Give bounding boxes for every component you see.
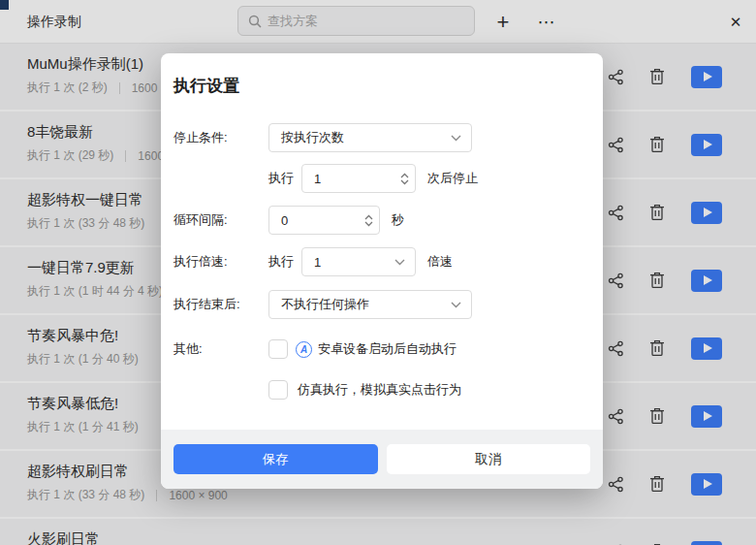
loop-interval-suffix: 秒 bbox=[392, 211, 404, 229]
stop-condition-value: 按执行次数 bbox=[281, 129, 451, 146]
exec-count-row: 执行 次后停止 bbox=[173, 164, 590, 193]
dialog-title: 执行设置 bbox=[173, 75, 590, 97]
chevron-down-icon bbox=[451, 302, 461, 308]
after-end-select[interactable]: 不执行任何操作 bbox=[268, 290, 472, 319]
speed-value: 1 bbox=[314, 255, 394, 270]
simulate-label: 仿真执行，模拟真实点击行为 bbox=[298, 381, 461, 399]
simulate-checkbox[interactable] bbox=[268, 380, 288, 400]
speed-suffix: 倍速 bbox=[427, 253, 453, 271]
app-window: 操作录制 + ⋯ ✕ MuMu操作录制(1) 执行 1 次 (2 秒) 1600… bbox=[0, 0, 756, 545]
speed-select[interactable]: 1 bbox=[301, 247, 416, 276]
others-label: 其他: bbox=[173, 340, 268, 358]
exec-count-input[interactable] bbox=[314, 172, 400, 186]
loop-interval-row: 循环间隔: 秒 bbox=[173, 206, 590, 235]
auto-start-label: 安卓设备启动后自动执行 bbox=[318, 340, 457, 358]
auto-start-checkbox[interactable] bbox=[268, 339, 288, 359]
dialog-footer: 保存 取消 bbox=[161, 430, 603, 489]
loop-interval-input[interactable] bbox=[281, 213, 364, 228]
spinner-icon[interactable] bbox=[364, 214, 373, 227]
after-end-row: 执行结束后: 不执行任何操作 bbox=[173, 290, 590, 319]
loop-interval-stepper[interactable] bbox=[268, 206, 380, 235]
cancel-button[interactable]: 取消 bbox=[387, 444, 591, 474]
chevron-down-icon bbox=[394, 259, 405, 266]
speed-row: 执行倍速: 执行 1 倍速 bbox=[173, 247, 590, 276]
speed-prefix: 执行 bbox=[268, 253, 294, 271]
stop-condition-row: 停止条件: 按执行次数 bbox=[173, 123, 590, 152]
after-end-label: 执行结束后: bbox=[173, 296, 268, 313]
exec-count-stepper[interactable] bbox=[301, 164, 416, 193]
execution-settings-dialog: 执行设置 停止条件: 按执行次数 执行 次后停止 bbox=[161, 53, 603, 489]
auto-start-row: 其他: A 安卓设备启动后自动执行 bbox=[173, 338, 590, 360]
exec-count-suffix: 次后停止 bbox=[427, 170, 478, 187]
simulate-row: 仿真执行，模拟真实点击行为 bbox=[173, 379, 590, 401]
exec-count-prefix: 执行 bbox=[268, 170, 294, 187]
spinner-icon[interactable] bbox=[400, 173, 409, 185]
loop-interval-label: 循环间隔: bbox=[173, 211, 268, 229]
android-icon: A bbox=[296, 341, 312, 358]
save-button[interactable]: 保存 bbox=[173, 444, 378, 474]
stop-condition-select[interactable]: 按执行次数 bbox=[268, 123, 472, 152]
speed-label: 执行倍速: bbox=[173, 253, 268, 271]
stop-condition-label: 停止条件: bbox=[173, 129, 268, 146]
after-end-value: 不执行任何操作 bbox=[281, 296, 451, 313]
chevron-down-icon bbox=[451, 135, 461, 142]
